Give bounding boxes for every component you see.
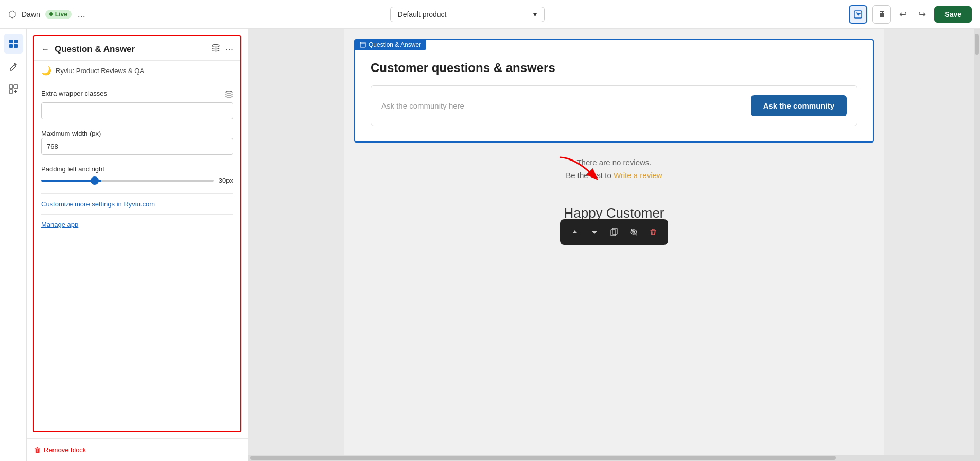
reviews-section: There are no reviews. Be the first to Wr… — [344, 143, 884, 195]
canvas-bottom-scrollbar — [248, 455, 980, 461]
undo-button[interactable]: ↩ — [896, 7, 910, 22]
paint-icon — [8, 61, 19, 72]
svg-rect-7 — [9, 90, 13, 93]
sections-icon — [8, 39, 19, 49]
panel-more-button[interactable]: ··· — [225, 44, 233, 55]
max-width-group: Maximum width (px) — [41, 129, 233, 155]
panel-title: Question & Answer — [55, 44, 206, 55]
slider-value: 30px — [219, 176, 233, 184]
wrapper-label-row: Extra wrapper classes — [41, 90, 233, 100]
source-label: Ryviu: Product Reviews & QA — [56, 67, 144, 75]
canvas-scrollbar-thumb — [250, 456, 836, 460]
panel-header: ← Question & Answer ··· — [34, 36, 240, 61]
main-layout: ← Question & Answer ··· 🌙 Ryviu: Product… — [0, 29, 980, 461]
store-name: Dawn — [22, 10, 40, 19]
divider-2 — [41, 214, 233, 215]
panel-inner: ← Question & Answer ··· 🌙 Ryviu: Product… — [33, 35, 241, 432]
max-width-input[interactable] — [41, 138, 233, 155]
topbar-left: ⬡ Dawn Live ... — [8, 9, 85, 20]
write-review-link[interactable]: Write a review — [614, 171, 662, 180]
max-width-label: Maximum width (px) — [41, 130, 101, 137]
add-section-icon — [8, 84, 19, 94]
svg-rect-3 — [9, 44, 13, 48]
topbar-back-icon[interactable]: ⬡ — [8, 9, 16, 20]
svg-rect-5 — [9, 85, 13, 88]
no-reviews-text: There are no reviews. — [354, 158, 874, 167]
cursor-icon — [854, 10, 862, 19]
qa-ask-box: Ask the community here Ask the community — [371, 85, 857, 126]
panel-back-button[interactable]: ← — [41, 45, 49, 54]
qa-section: Question & Answer Customer questions & a… — [354, 39, 874, 143]
sidebar-item-sections[interactable] — [4, 34, 23, 54]
chevron-down-icon: ▾ — [533, 10, 537, 19]
topbar-right: 🖥 ↩ ↪ Save — [849, 5, 972, 24]
svg-rect-2 — [14, 40, 18, 43]
remove-block-button[interactable]: 🗑 Remove block — [34, 446, 86, 454]
section-icon — [360, 42, 366, 48]
ask-community-button[interactable]: Ask the community — [751, 95, 847, 116]
padding-label: Padding left and right — [41, 165, 104, 173]
move-up-icon — [571, 228, 579, 236]
sidebar-item-add[interactable] — [4, 79, 23, 99]
padding-group: Padding left and right 30px — [41, 164, 233, 184]
live-dot — [49, 12, 53, 16]
qa-content: Customer questions & answers Ask the com… — [355, 40, 873, 141]
trash-icon: 🗑 — [34, 446, 41, 454]
desktop-preview-button[interactable]: 🖥 — [872, 5, 891, 24]
manage-app-link[interactable]: Manage app — [41, 221, 78, 228]
svg-rect-4 — [14, 44, 18, 48]
live-badge: Live — [45, 10, 72, 19]
panel-source-row: 🌙 Ryviu: Product Reviews & QA — [34, 61, 240, 81]
copy-button[interactable] — [605, 223, 623, 241]
wrapper-classes-label: Extra wrapper classes — [41, 90, 107, 97]
svg-rect-16 — [611, 230, 616, 236]
first-review-text: Be the first to Write a review — [354, 171, 874, 180]
wrapper-classes-input[interactable] — [41, 102, 233, 119]
panel-layers-icon[interactable] — [211, 43, 220, 55]
move-down-button[interactable] — [586, 223, 603, 241]
product-selector[interactable]: Default product ▾ — [390, 7, 545, 22]
qa-label-badge: Question & Answer — [355, 40, 426, 50]
hide-button[interactable] — [625, 223, 642, 241]
topbar-center: Default product ▾ — [92, 7, 843, 22]
move-up-button[interactable] — [566, 223, 584, 241]
customize-link[interactable]: Customize more settings in Ryviu.com — [41, 200, 155, 208]
canvas-content: Question & Answer Customer questions & a… — [344, 29, 884, 461]
qa-heading: Customer questions & answers — [371, 61, 857, 75]
panel-footer: 🗑 Remove block — [27, 438, 248, 461]
wrapper-layers-icon[interactable] — [225, 90, 233, 100]
selection-tool-button[interactable] — [849, 5, 867, 24]
move-down-icon — [590, 228, 599, 236]
floating-toolbar — [560, 219, 668, 245]
sidebar-item-theme[interactable] — [4, 57, 23, 76]
svg-rect-15 — [612, 228, 617, 234]
hide-icon — [629, 228, 638, 236]
canvas-right-scrollbar — [974, 29, 980, 455]
redo-button[interactable]: ↪ — [915, 7, 929, 22]
svg-rect-1 — [9, 40, 13, 43]
qa-placeholder: Ask the community here — [381, 101, 464, 110]
topbar-more-button[interactable]: ... — [78, 9, 85, 20]
slider-row: 30px — [41, 176, 233, 184]
svg-rect-6 — [14, 85, 18, 88]
settings-panel: ← Question & Answer ··· 🌙 Ryviu: Product… — [27, 29, 248, 461]
delete-icon — [649, 228, 657, 236]
wrapper-classes-group: Extra wrapper classes — [41, 90, 233, 119]
svg-rect-13 — [360, 42, 365, 47]
svg-point-10 — [212, 45, 219, 47]
save-button[interactable]: Save — [934, 6, 972, 23]
canvas-area[interactable]: Question & Answer Customer questions & a… — [248, 29, 980, 461]
divider-1 — [41, 193, 233, 194]
delete-button[interactable] — [644, 223, 662, 241]
svg-point-11 — [226, 91, 232, 93]
topbar: ⬡ Dawn Live ... Default product ▾ 🖥 ↩ ↪ … — [0, 0, 980, 29]
ryviu-icon: 🌙 — [41, 66, 51, 76]
sidebar-icons — [0, 29, 27, 461]
padding-slider[interactable] — [41, 180, 214, 182]
copy-icon — [610, 228, 618, 236]
desktop-icon: 🖥 — [878, 10, 886, 19]
panel-body: Extra wrapper classes Maximum wid — [34, 81, 240, 431]
canvas-right-thumb — [975, 34, 979, 55]
